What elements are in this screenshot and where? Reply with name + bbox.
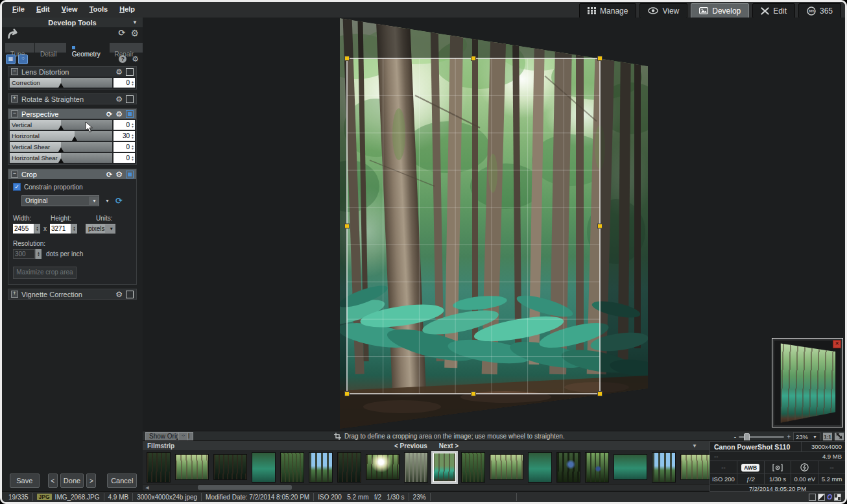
gear-icon[interactable]: ⚙	[115, 69, 123, 75]
previous-image-button[interactable]: <	[48, 474, 58, 488]
crop-handle-bottom-left[interactable]	[345, 392, 350, 396]
rotate-crop-icon[interactable]: ⟳	[115, 197, 123, 205]
slider-value-input[interactable]: 0 ▲▼	[113, 120, 135, 130]
develop-mode-button[interactable]: Develop	[691, 3, 749, 18]
collapse-icon[interactable]: −	[11, 68, 18, 75]
reset-icon[interactable]: ⟳	[106, 171, 112, 178]
spinner-arrows[interactable]: ▲▼	[71, 224, 77, 234]
collapse-icon[interactable]: −	[11, 171, 18, 178]
slider-thumb[interactable]	[58, 158, 64, 163]
crop-handle-bottom-right[interactable]	[598, 392, 602, 396]
save-button[interactable]: Save	[10, 474, 40, 488]
slider-track[interactable]: Horizontal Shear	[10, 153, 112, 163]
spinner-arrows[interactable]: ▲▼	[34, 224, 40, 234]
image-viewer[interactable]: ✕	[143, 18, 845, 431]
pending-square-icon[interactable]	[809, 494, 816, 501]
crop-handle-top-left[interactable]	[345, 56, 350, 61]
spinner-arrows[interactable]: ▲▼	[131, 134, 134, 139]
menu-item[interactable]: Tools	[84, 4, 113, 14]
checkered-status-icon[interactable]	[834, 494, 841, 501]
lens-distortion-header[interactable]: − Lens Distortion ⚙	[8, 67, 136, 77]
gear-icon[interactable]: ⚙	[130, 29, 139, 38]
section-enable-checkbox[interactable]	[126, 110, 134, 118]
filmstrip-thumbnail[interactable]	[405, 453, 427, 482]
spinner-arrows[interactable]: ▲▼	[131, 123, 134, 128]
cancel-button[interactable]: Cancel	[107, 474, 137, 488]
chevron-down-icon[interactable]: ▼	[105, 224, 115, 233]
next-image-button[interactable]: >	[86, 474, 96, 488]
filmstrip-thumbnail[interactable]	[252, 453, 275, 482]
reset-icon[interactable]: ⟳	[106, 111, 112, 117]
slider-track[interactable]: Vertical	[10, 120, 112, 130]
selection-preview-icon[interactable]: ⁘	[178, 432, 188, 441]
perspective-header[interactable]: − Perspective ⟳ ⚙	[8, 109, 136, 119]
filmstrip-thumbnail[interactable]	[681, 455, 713, 479]
photo-canvas[interactable]	[143, 18, 845, 431]
zoom-out-button[interactable]: -	[734, 433, 736, 440]
constrain-proportion-checkbox[interactable]: ✓	[13, 183, 21, 191]
spinner-arrows[interactable]: ▲▼	[131, 156, 134, 161]
filmstrip-thumbnail[interactable]	[214, 455, 246, 479]
gear-icon[interactable]: ⚙	[115, 171, 123, 178]
menu-item[interactable]: File	[7, 4, 30, 14]
expand-icon[interactable]: +	[11, 291, 18, 298]
filmstrip-thumbnail[interactable]	[557, 453, 580, 482]
next-button[interactable]: Next >	[439, 442, 459, 450]
slider-thumb[interactable]	[58, 147, 64, 152]
help-icon[interactable]: ?	[119, 55, 126, 63]
crop-handle-top-right[interactable]	[598, 56, 602, 61]
done-button[interactable]: Done	[60, 474, 84, 488]
filmstrip-thumbnail[interactable]	[147, 453, 170, 482]
filmstrip-thumbnail[interactable]	[366, 455, 399, 479]
scrollbar-thumb[interactable]	[198, 485, 292, 490]
slider-thumb[interactable]	[58, 125, 64, 130]
develop-tab[interactable]: Tune	[5, 43, 34, 53]
develop-tab[interactable]: Geometry	[67, 43, 109, 53]
filmstrip-thumbnail[interactable]	[433, 453, 456, 482]
slider-track[interactable]: Correction	[10, 78, 112, 88]
menu-item[interactable]: Edit	[31, 4, 55, 14]
gear-icon[interactable]: ⚙	[115, 291, 123, 298]
filmstrip-thumbnail[interactable]	[338, 453, 361, 482]
vignette-correction-header[interactable]: + Vignette Correction ⚙	[8, 289, 136, 299]
slider-track[interactable]: Vertical Shear	[10, 142, 112, 152]
spinner-arrows[interactable]: ▲▼	[131, 80, 134, 86]
expand-icon[interactable]: +	[11, 95, 18, 102]
collapse-icon[interactable]: −	[11, 110, 18, 117]
rotate-straighten-header[interactable]: + Rotate & Straighten ⚙	[8, 94, 136, 104]
slider-value-input[interactable]: 0 ▲▼	[113, 153, 135, 163]
crop-handle-mid-right[interactable]	[598, 224, 602, 228]
crop-handle-bottom-center[interactable]	[471, 392, 476, 396]
slider-track[interactable]: Horizontal	[10, 131, 112, 141]
grid-overlay-icon[interactable]: ▦	[6, 54, 16, 64]
sync-status-icon[interactable]: O	[827, 494, 832, 501]
develop-tab[interactable]: Detail	[35, 43, 66, 53]
filmstrip-thumbnail[interactable]	[176, 455, 208, 479]
slider-value-input[interactable]: 30 ▲▼	[113, 131, 135, 141]
filmstrip-thumbnail[interactable]	[586, 453, 608, 482]
edit-mode-button[interactable]: Edit	[752, 3, 795, 18]
menu-item[interactable]: Help	[114, 4, 140, 14]
develop-tab[interactable]: Repair	[110, 43, 143, 53]
gear-icon[interactable]: ⚙	[115, 96, 123, 102]
zoom-in-button[interactable]: +	[787, 433, 791, 440]
preset-menu-caret[interactable]: ▼	[105, 198, 110, 203]
section-enable-checkbox[interactable]	[126, 95, 134, 103]
filmstrip-thumbnail[interactable]	[281, 453, 304, 482]
previous-button[interactable]: < Previous	[394, 442, 427, 450]
slider-thumb[interactable]	[58, 83, 64, 88]
navigator-thumbnail[interactable]	[776, 342, 839, 424]
panel-header[interactable]: Develop Tools ▼	[2, 18, 143, 27]
crop-width-input[interactable]: ▲▼	[13, 224, 40, 234]
slider-value-input[interactable]: 0 ▲▼	[113, 142, 135, 152]
chevron-down-icon[interactable]: ▼	[89, 197, 99, 205]
filmstrip-thumbnail[interactable]	[652, 453, 675, 482]
slider-thumb[interactable]	[72, 136, 77, 141]
scroll-left-arrow[interactable]: ◀	[144, 485, 150, 490]
filmstrip-menu-caret[interactable]: ▼	[692, 443, 697, 449]
365-mode-button[interactable]: 365 365	[798, 3, 841, 18]
view-mode-button[interactable]: View	[639, 3, 687, 18]
gear-icon[interactable]: ⚙	[132, 54, 139, 64]
crop-height-input[interactable]: ▲▼	[50, 224, 77, 234]
filmstrip-thumbnail[interactable]	[529, 453, 551, 482]
